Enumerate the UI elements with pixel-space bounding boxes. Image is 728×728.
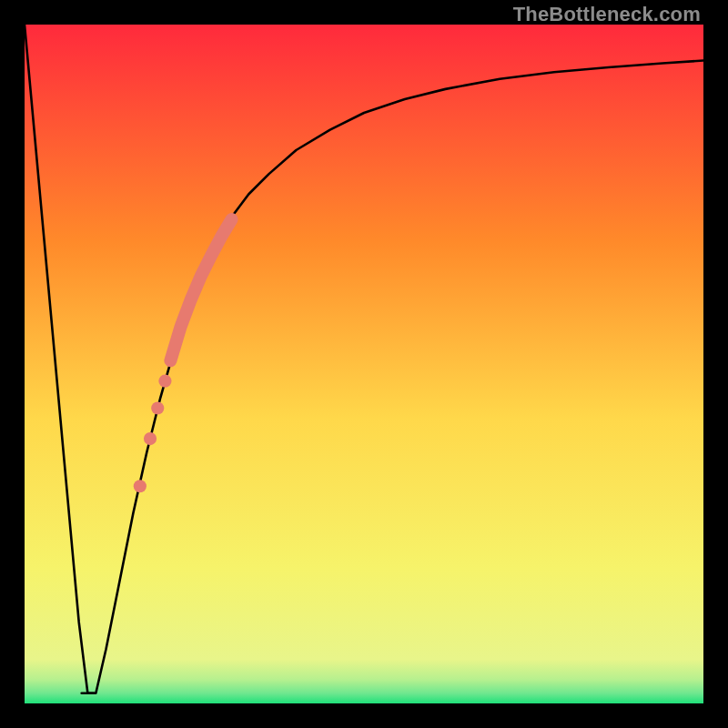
plot-area <box>25 25 703 703</box>
watermark-text: TheBottleneck.com <box>513 3 701 26</box>
data-marker <box>134 480 147 492</box>
data-marker <box>144 432 157 445</box>
data-marker <box>158 375 171 388</box>
svg-rect-0 <box>25 25 703 703</box>
chart-frame: TheBottleneck.com <box>0 0 728 728</box>
data-marker <box>151 401 164 414</box>
bottleneck-curve-chart <box>25 25 703 703</box>
